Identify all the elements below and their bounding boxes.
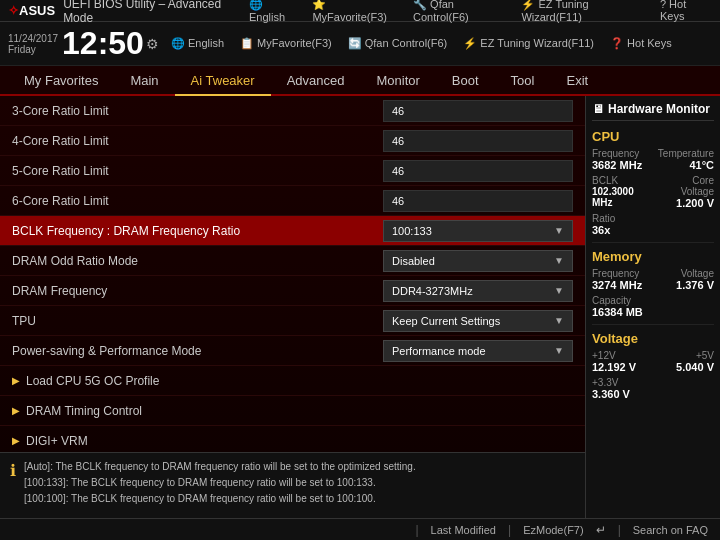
date-info: 11/24/2017 Friday: [8, 33, 58, 55]
cpu-ratio-row: Ratio 36x: [592, 213, 714, 236]
top-bar: ✧ASUS UEFI BIOS Utility – Advanced Mode …: [0, 0, 720, 22]
nav-exit[interactable]: Exit: [550, 65, 604, 95]
main-nav: My Favorites Main Ai Tweaker Advanced Mo…: [0, 66, 720, 96]
setting-row-4core: 4-Core Ratio Limit 46: [0, 126, 585, 156]
expand-dram-timing[interactable]: ▶ DRAM Timing Control: [0, 396, 585, 426]
setting-row-dram-freq: DRAM Frequency DDR4-3273MHz ▼: [0, 276, 585, 306]
value-6core[interactable]: 46: [383, 190, 573, 212]
setting-row-tpu: TPU Keep Current Settings ▼: [0, 306, 585, 336]
nav-myfavorites[interactable]: My Favorites: [8, 65, 114, 95]
nav-aitweaker[interactable]: Ai Tweaker: [175, 66, 271, 96]
hw-monitor-panel: 🖥 Hardware Monitor CPU Frequency 3682 MH…: [585, 96, 720, 518]
content-area: 3-Core Ratio Limit 46 4-Core Ratio Limit…: [0, 96, 720, 518]
value-5core[interactable]: 46: [383, 160, 573, 182]
value-bclk[interactable]: 100:133 ▼: [383, 220, 573, 242]
label-cpu5g: Load CPU 5G OC Profile: [26, 374, 159, 388]
nav-main[interactable]: Main: [114, 65, 174, 95]
label-dram-timing: DRAM Timing Control: [26, 404, 142, 418]
hw-monitor-header: 🖥 Hardware Monitor: [592, 102, 714, 121]
bios-title: UEFI BIOS Utility – Advanced Mode: [63, 0, 249, 25]
expand-arrow-digi-vrm: ▶: [12, 435, 20, 446]
label-perf: Power-saving & Performance Mode: [12, 344, 383, 358]
eztuning-button[interactable]: ⚡ EZ Tuning Wizard(F11): [521, 0, 648, 23]
top-bar-icons: 🌐 English ⭐ MyFavorite(F3) 🔧 Qfan Contro…: [249, 0, 712, 23]
qfan-shortcut[interactable]: 🔄 Qfan Control(F6): [348, 37, 448, 50]
hotkeys-shortcut[interactable]: ❓ Hot Keys: [610, 37, 672, 50]
info-text: [Auto]: The BCLK frequency to DRAM frequ…: [24, 459, 416, 512]
last-modified: Last Modified: [431, 524, 496, 536]
nav-boot[interactable]: Boot: [436, 65, 495, 95]
mem-cap-row: Capacity 16384 MB: [592, 295, 714, 318]
label-4core: 4-Core Ratio Limit: [12, 134, 383, 148]
myfav-button[interactable]: ⭐ MyFavorite(F3): [312, 0, 401, 23]
setting-row-3core: 3-Core Ratio Limit 46: [0, 96, 585, 126]
setting-row-dram-odd: DRAM Odd Ratio Mode Disabled ▼: [0, 246, 585, 276]
label-5core: 5-Core Ratio Limit: [12, 164, 383, 178]
value-3core[interactable]: 46: [383, 100, 573, 122]
setting-row-5core: 5-Core Ratio Limit 46: [0, 156, 585, 186]
expand-digi-vrm[interactable]: ▶ DIGI+ VRM: [0, 426, 585, 452]
label-dram-freq: DRAM Frequency: [12, 284, 383, 298]
expand-arrow-cpu5g: ▶: [12, 375, 20, 386]
ezmode-button[interactable]: EzMode(F7): [523, 524, 584, 536]
value-perf[interactable]: Performance mode ▼: [383, 340, 573, 362]
expand-arrow-dram-timing: ▶: [12, 405, 20, 416]
bottom-bar: | Last Modified | EzMode(F7) ↵ | Search …: [0, 518, 720, 540]
label-3core: 3-Core Ratio Limit: [12, 104, 383, 118]
ezmode-arrow-icon: ↵: [596, 523, 606, 537]
top-shortcuts: 🌐 English 📋 MyFavorite(F3) 🔄 Qfan Contro…: [171, 37, 672, 50]
label-bclk: BCLK Frequency : DRAM Frequency Ratio: [12, 224, 383, 238]
setting-row-6core: 6-Core Ratio Limit 46: [0, 186, 585, 216]
nav-advanced[interactable]: Advanced: [271, 65, 361, 95]
lang-shortcut[interactable]: 🌐 English: [171, 37, 224, 50]
qfan-button[interactable]: 🔧 Qfan Control(F6): [413, 0, 509, 23]
nav-monitor[interactable]: Monitor: [361, 65, 436, 95]
value-4core[interactable]: 46: [383, 130, 573, 152]
label-6core: 6-Core Ratio Limit: [12, 194, 383, 208]
settings-gear-icon[interactable]: ⚙: [146, 36, 159, 52]
label-tpu: TPU: [12, 314, 383, 328]
setting-row-bclk: BCLK Frequency : DRAM Frequency Ratio 10…: [0, 216, 585, 246]
setting-row-perf: Power-saving & Performance Mode Performa…: [0, 336, 585, 366]
label-digi-vrm: DIGI+ VRM: [26, 434, 88, 448]
memory-section-title: Memory: [592, 249, 714, 264]
search-faq-button[interactable]: Search on FAQ: [633, 524, 708, 536]
value-dram-odd[interactable]: Disabled ▼: [383, 250, 573, 272]
nav-tool[interactable]: Tool: [495, 65, 551, 95]
info-icon: ℹ: [10, 461, 16, 512]
datetime-bar: 11/24/2017 Friday 12:50 ⚙ 🌐 English 📋 My…: [0, 22, 720, 66]
hotkeys-button[interactable]: ? Hot Keys: [660, 0, 712, 23]
value-tpu[interactable]: Keep Current Settings ▼: [383, 310, 573, 332]
settings-list: 3-Core Ratio Limit 46 4-Core Ratio Limit…: [0, 96, 585, 452]
label-dram-odd: DRAM Odd Ratio Mode: [12, 254, 383, 268]
lang-button[interactable]: 🌐 English: [249, 0, 300, 23]
expand-cpu-5g[interactable]: ▶ Load CPU 5G OC Profile: [0, 366, 585, 396]
time-display: 12:50: [62, 25, 144, 62]
monitor-icon: 🖥: [592, 102, 604, 116]
cpu-bclk-row: BCLK 102.3000 MHz Core Voltage 1.200 V: [592, 175, 714, 209]
cpu-section-title: CPU: [592, 129, 714, 144]
voltage-section-title: Voltage: [592, 331, 714, 346]
myfav-shortcut[interactable]: 📋 MyFavorite(F3): [240, 37, 332, 50]
value-dram-freq[interactable]: DDR4-3273MHz ▼: [383, 280, 573, 302]
mem-freq-row: Frequency 3274 MHz Voltage 1.376 V: [592, 268, 714, 291]
main-panel: 3-Core Ratio Limit 46 4-Core Ratio Limit…: [0, 96, 585, 518]
info-box: ℹ [Auto]: The BCLK frequency to DRAM fre…: [0, 452, 585, 518]
asus-logo: ✧ASUS: [8, 3, 55, 18]
cpu-freq-row: Frequency 3682 MHz Temperature 41°C: [592, 148, 714, 171]
volt-12-row: +12V 12.192 V +5V 5.040 V: [592, 350, 714, 373]
eztuning-shortcut[interactable]: ⚡ EZ Tuning Wizard(F11): [463, 37, 594, 50]
volt-33-row: +3.3V 3.360 V: [592, 377, 714, 400]
